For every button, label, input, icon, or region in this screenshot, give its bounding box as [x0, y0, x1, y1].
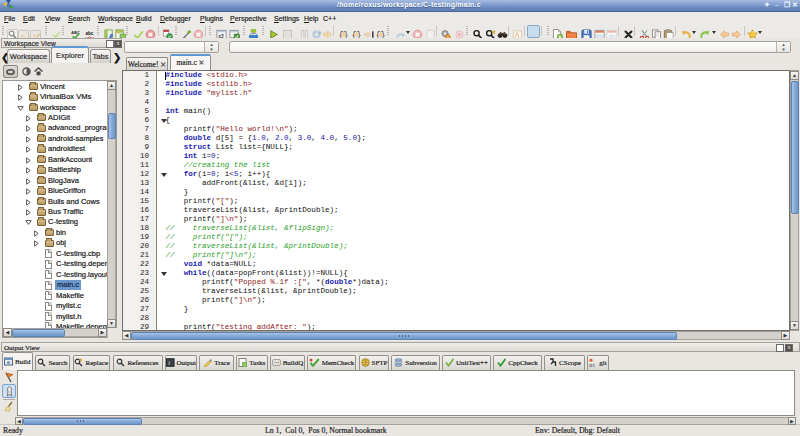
- svg-text:g: g: [589, 362, 592, 368]
- svg-text:abc: abc: [85, 31, 93, 36]
- svg-text:i: i: [168, 360, 170, 366]
- svg-text:t: t: [593, 362, 595, 368]
